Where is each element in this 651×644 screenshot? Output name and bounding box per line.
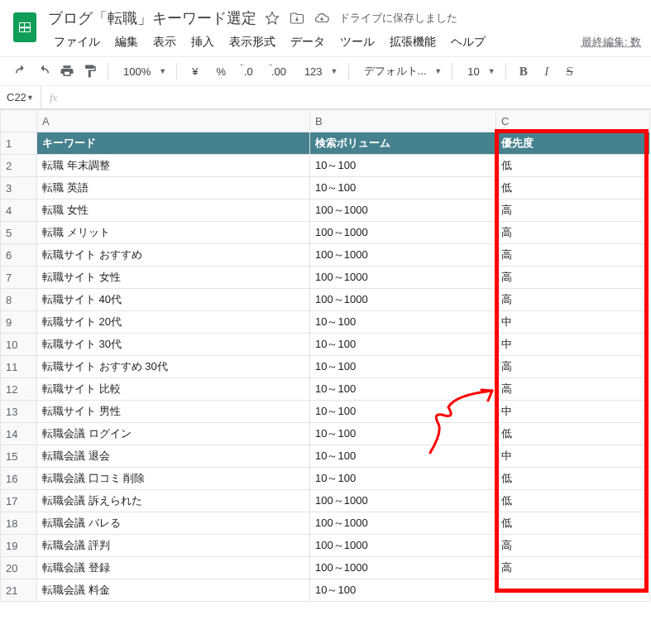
cell[interactable]: 低 — [496, 490, 650, 512]
row-header[interactable]: 6 — [1, 244, 37, 267]
cell[interactable]: 高 — [496, 289, 650, 311]
cell[interactable]: 中 — [496, 445, 650, 468]
paint-format-button[interactable] — [79, 60, 101, 82]
star-icon[interactable] — [265, 11, 280, 26]
row-header[interactable]: 5 — [1, 222, 37, 244]
menu-edit[interactable]: 編集 — [109, 31, 144, 53]
cell[interactable]: 10～100 — [310, 579, 496, 602]
cell[interactable]: 100～1000 — [310, 244, 496, 267]
cell[interactable]: 10～100 — [310, 445, 496, 468]
cell[interactable]: 低 — [496, 468, 650, 490]
row-header[interactable]: 1 — [1, 132, 37, 155]
decrease-decimal-button[interactable]: .0← — [236, 60, 261, 82]
print-button[interactable] — [56, 60, 78, 82]
currency-button[interactable]: ¥ — [184, 60, 206, 82]
row-header[interactable]: 4 — [1, 199, 37, 222]
cell[interactable]: 転職サイト おすすめ 30代 — [37, 356, 310, 378]
cell[interactable]: 10～100 — [310, 423, 496, 445]
cell[interactable]: 検索ボリューム — [310, 132, 496, 155]
cell[interactable]: 転職サイト 女性 — [37, 267, 310, 289]
menu-tools[interactable]: ツール — [334, 31, 381, 53]
cell[interactable]: 転職会議 ログイン — [37, 423, 310, 445]
cell[interactable]: 10～100 — [310, 177, 496, 199]
row-header[interactable]: 15 — [1, 445, 37, 468]
menu-format[interactable]: 表示形式 — [223, 31, 281, 53]
cell[interactable]: 転職会議 退会 — [37, 445, 310, 468]
column-header-A[interactable]: A — [37, 110, 310, 132]
row-header[interactable]: 11 — [1, 356, 37, 378]
cell[interactable] — [496, 579, 650, 602]
name-box[interactable]: C22▼ — [0, 86, 41, 108]
cell[interactable]: 100～1000 — [310, 199, 496, 222]
row-header[interactable]: 7 — [1, 267, 37, 289]
cell[interactable]: 高 — [496, 267, 650, 289]
cell[interactable]: 10～100 — [310, 155, 496, 177]
last-edit-link[interactable]: 最終編集: 数 — [582, 35, 641, 50]
row-header[interactable]: 19 — [1, 535, 37, 557]
row-header[interactable]: 2 — [1, 155, 37, 177]
cell[interactable]: 中 — [496, 311, 650, 334]
row-header[interactable]: 10 — [1, 334, 37, 356]
redo-button[interactable] — [33, 60, 55, 82]
cell[interactable]: 転職サイト 20代 — [37, 311, 310, 334]
cell[interactable]: 高 — [496, 356, 650, 378]
row-header[interactable]: 16 — [1, 468, 37, 490]
cell[interactable]: 中 — [496, 401, 650, 423]
strike-button[interactable]: S — [559, 60, 581, 82]
cell[interactable]: 低 — [496, 423, 650, 445]
bold-button[interactable]: B — [513, 60, 534, 82]
cell[interactable]: 100～1000 — [310, 512, 496, 535]
cell[interactable]: 転職会議 料金 — [37, 579, 310, 602]
percent-button[interactable]: % — [208, 60, 234, 82]
menu-insert[interactable]: 挿入 — [185, 31, 220, 53]
number-format-dropdown[interactable]: 123▼ — [296, 65, 342, 78]
cell[interactable]: 転職サイト 40代 — [37, 289, 310, 311]
move-icon[interactable] — [290, 11, 304, 26]
cell[interactable]: 転職サイト 比較 — [37, 378, 310, 401]
menu-file[interactable]: ファイル — [48, 31, 106, 53]
cell[interactable]: 高 — [496, 535, 650, 557]
cell[interactable]: 高 — [496, 378, 650, 401]
cell[interactable]: 100～1000 — [310, 557, 496, 579]
row-header[interactable]: 12 — [1, 378, 37, 401]
cell[interactable]: 低 — [496, 177, 650, 199]
menu-data[interactable]: データ — [285, 31, 331, 53]
font-dropdown[interactable]: デフォルト...▼ — [356, 64, 446, 79]
cell[interactable]: 高 — [496, 199, 650, 222]
document-title[interactable]: ブログ「転職」キーワード選定 — [48, 8, 256, 28]
column-header-C[interactable]: C — [496, 110, 650, 132]
cell[interactable]: 転職サイト 30代 — [37, 334, 310, 356]
cell[interactable]: 中 — [496, 334, 650, 356]
menu-extensions[interactable]: 拡張機能 — [384, 31, 442, 53]
cell[interactable]: 転職会議 訴えられた — [37, 490, 310, 512]
font-size-dropdown[interactable]: 10▼ — [459, 65, 498, 78]
cell[interactable]: 優先度 — [496, 132, 650, 155]
row-header[interactable]: 14 — [1, 423, 37, 445]
row-header[interactable]: 17 — [1, 490, 37, 512]
cloud-icon[interactable] — [314, 11, 329, 26]
undo-button[interactable] — [10, 60, 31, 82]
cell[interactable]: 転職会議 口コミ 削除 — [37, 468, 310, 490]
cell[interactable]: 10～100 — [310, 356, 496, 378]
cell[interactable]: 10～100 — [310, 468, 496, 490]
cell[interactable]: 低 — [496, 155, 650, 177]
cell[interactable]: 転職会議 評判 — [37, 535, 310, 557]
cell[interactable]: 転職 女性 — [37, 199, 310, 222]
cell[interactable]: 100～1000 — [310, 222, 496, 244]
cell[interactable]: 10～100 — [310, 311, 496, 334]
row-header[interactable]: 21 — [1, 579, 37, 602]
cell[interactable]: 転職 年末調整 — [37, 155, 310, 177]
italic-button[interactable]: I — [536, 60, 558, 82]
cell[interactable]: 高 — [496, 557, 650, 579]
cell[interactable]: 10～100 — [310, 334, 496, 356]
cell[interactable]: 転職サイト おすすめ — [37, 244, 310, 267]
row-header[interactable]: 20 — [1, 557, 37, 579]
cell[interactable]: 転職会議 登録 — [37, 557, 310, 579]
cell[interactable]: 10～100 — [310, 401, 496, 423]
menu-view[interactable]: 表示 — [147, 31, 182, 53]
cell[interactable]: 転職 英語 — [37, 177, 310, 199]
cell[interactable]: 10～100 — [310, 378, 496, 401]
cell[interactable]: 100～1000 — [310, 535, 496, 557]
column-header-B[interactable]: B — [310, 110, 496, 132]
cell[interactable]: 転職サイト 男性 — [37, 401, 310, 423]
